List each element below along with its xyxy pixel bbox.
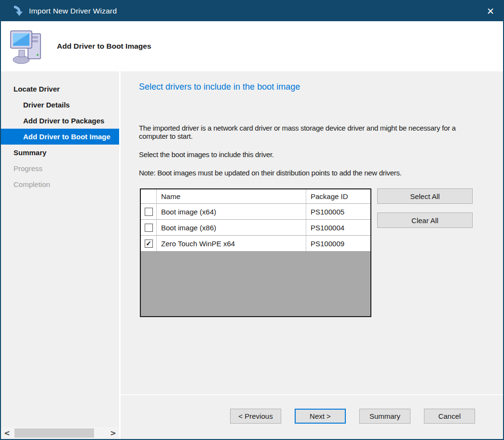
row-checkbox[interactable] — [145, 208, 153, 216]
row-checkbox[interactable] — [145, 224, 153, 232]
navigation-buttons: < Previous Next > Summary Cancel — [230, 409, 475, 424]
boot-image-selection: Name Package ID Boot image (x64) PS10000… — [140, 188, 503, 317]
sidebar-item-add-driver-to-boot-image[interactable]: Add Driver to Boot Image — [1, 129, 119, 145]
cancel-button[interactable]: Cancel — [424, 409, 475, 424]
computer-icon — [10, 27, 44, 66]
boot-image-name: Zero Touch WinPE x64 — [157, 236, 306, 251]
selection-buttons: Select All Clear All — [377, 188, 473, 317]
boot-image-name: Boot image (x86) — [157, 220, 306, 235]
next-button[interactable]: Next > — [295, 409, 346, 424]
wizard-step-sidebar: Locate DriverDriver DetailsAdd Driver to… — [1, 71, 121, 439]
close-icon[interactable]: ✕ — [478, 1, 503, 21]
table-row[interactable]: Boot image (x64) PS100005 — [141, 204, 370, 220]
instruction-line: Select the boot images to include this d… — [139, 150, 486, 159]
page-title: Add Driver to Boot Images — [57, 42, 151, 51]
previous-button[interactable]: < Previous — [230, 409, 281, 424]
table-row[interactable]: Zero Touch WinPE x64 PS100009 — [141, 236, 370, 252]
title-bar: Import New Driver Wizard ✕ — [1, 1, 503, 21]
wizard-content: Select drivers to include in the boot im… — [121, 71, 503, 439]
wizard-header: Add Driver to Boot Images — [1, 21, 503, 71]
scroll-left-icon[interactable]: < — [1, 427, 13, 439]
sidebar-item-summary[interactable]: Summary — [1, 145, 119, 160]
row-checkbox[interactable] — [145, 240, 153, 248]
package-id-column-header: Package ID — [306, 189, 370, 203]
scroll-right-icon[interactable]: > — [107, 427, 119, 439]
table-row[interactable]: Boot image (x86) PS100004 — [141, 220, 370, 236]
scrollbar-track[interactable] — [13, 427, 107, 439]
wizard-body: Locate DriverDriver DetailsAdd Driver to… — [1, 71, 503, 439]
sidebar-item-add-driver-to-packages[interactable]: Add Driver to Packages — [1, 113, 119, 129]
clear-all-button[interactable]: Clear All — [377, 213, 473, 228]
import-arrow-icon — [13, 5, 24, 17]
window-title: Import New Driver Wizard — [29, 7, 117, 15]
instruction-line: The imported driver is a network card dr… — [139, 124, 486, 140]
name-column-header: Name — [157, 189, 306, 203]
package-id: PS100005 — [306, 204, 370, 219]
sidebar-item-locate-driver[interactable]: Locate Driver — [1, 81, 119, 97]
content-heading: Select drivers to include in the boot im… — [139, 82, 503, 92]
select-all-button[interactable]: Select All — [377, 188, 473, 204]
scrollbar-thumb[interactable] — [14, 428, 94, 438]
checkbox-column-header — [141, 189, 157, 203]
sidebar-item-completion[interactable]: Completion — [1, 176, 119, 192]
boot-image-table: Name Package ID Boot image (x64) PS10000… — [140, 188, 371, 317]
step-list: Locate DriverDriver DetailsAdd Driver to… — [1, 81, 119, 192]
sidebar-item-progress[interactable]: Progress — [1, 160, 119, 176]
instruction-text: The imported driver is a network card dr… — [139, 124, 486, 177]
package-id: PS100009 — [306, 236, 370, 251]
boot-image-name: Boot image (x64) — [157, 204, 306, 219]
package-id: PS100004 — [306, 220, 370, 235]
table-body: Boot image (x64) PS100005 Boot image (x8… — [141, 204, 370, 252]
sidebar-horizontal-scrollbar[interactable]: < > — [1, 427, 119, 439]
wizard-footer: < Previous Next > Summary Cancel — [121, 394, 503, 439]
table-header-row: Name Package ID — [141, 189, 370, 204]
sidebar-item-driver-details[interactable]: Driver Details — [1, 97, 119, 113]
summary-button[interactable]: Summary — [359, 409, 410, 424]
wizard-window: Import New Driver Wizard ✕ Add Driver to… — [0, 0, 504, 440]
instruction-line: Note: Boot images must be updated on the… — [139, 169, 486, 177]
